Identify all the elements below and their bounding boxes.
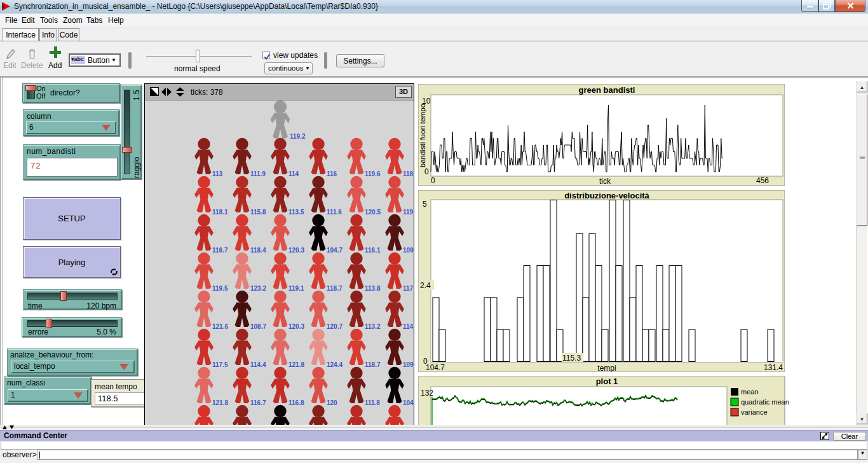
svg-text:123.2: 123.2	[250, 285, 266, 292]
svg-text:plot 1: plot 1	[596, 377, 618, 386]
svg-text:variance: variance	[741, 408, 768, 416]
svg-text:114: 114	[288, 170, 299, 177]
svg-text:124.4: 124.4	[327, 361, 342, 368]
svg-text:117.5: 117.5	[212, 361, 228, 368]
svg-text:120.5: 120.5	[365, 209, 381, 216]
svg-text:118.5: 118.5	[403, 170, 414, 177]
svg-text:114.1: 114.1	[403, 323, 414, 330]
svg-text:tempi: tempi	[597, 364, 616, 372]
svg-text:111.9: 111.9	[250, 170, 266, 177]
svg-text:116.1: 116.1	[365, 247, 381, 254]
svg-text:115.8: 115.8	[250, 209, 266, 216]
svg-text:119.2: 119.2	[290, 133, 306, 140]
svg-text:456: 456	[756, 176, 769, 185]
svg-text:121.6: 121.6	[212, 323, 228, 330]
svg-text:116: 116	[327, 170, 337, 177]
svg-text:0: 0	[424, 167, 429, 176]
svg-text:119.5: 119.5	[212, 285, 228, 292]
svg-text:green bandisti: green bandisti	[579, 85, 635, 95]
svg-text:104.7: 104.7	[426, 363, 445, 372]
svg-text:104.7: 104.7	[327, 247, 342, 254]
svg-text:108.7: 108.7	[250, 323, 266, 330]
svg-text:132: 132	[421, 389, 433, 397]
svg-text:118.4: 118.4	[250, 247, 266, 254]
svg-text:121.8: 121.8	[288, 361, 304, 368]
svg-text:111.8: 111.8	[365, 399, 380, 406]
svg-text:120: 120	[327, 399, 337, 406]
svg-text:113.5: 113.5	[288, 209, 304, 216]
svg-text:104.7: 104.7	[403, 399, 414, 406]
svg-text:118.7: 118.7	[365, 361, 381, 368]
svg-text:113: 113	[212, 170, 223, 177]
svg-text:0: 0	[431, 176, 435, 185]
svg-text:bandisti fuori tempo: bandisti fuori tempo	[419, 104, 426, 167]
svg-text:121.8: 121.8	[212, 399, 228, 406]
svg-text:116.8: 116.8	[288, 399, 304, 406]
svg-text:109.5: 109.5	[403, 247, 414, 254]
svg-text:118.7: 118.7	[327, 285, 342, 292]
svg-text:120.3: 120.3	[288, 323, 304, 330]
svg-text:113.8: 113.8	[365, 285, 381, 292]
svg-text:120.7: 120.7	[327, 323, 342, 330]
svg-text:distribuzione-velocità: distribuzione-velocità	[564, 191, 649, 200]
svg-text:mean: mean	[741, 388, 759, 396]
svg-text:115.3: 115.3	[562, 354, 581, 363]
svg-text:114.4: 114.4	[250, 361, 266, 368]
svg-text:117.3: 117.3	[403, 285, 414, 292]
svg-text:109.8: 109.8	[403, 361, 414, 368]
svg-text:116.7: 116.7	[250, 399, 266, 406]
svg-text:116.7: 116.7	[212, 247, 228, 254]
svg-text:120.3: 120.3	[288, 247, 304, 254]
svg-text:119.1: 119.1	[288, 285, 304, 292]
svg-text:111.6: 111.6	[327, 209, 342, 216]
svg-text:118.1: 118.1	[212, 209, 228, 216]
svg-text:2.4: 2.4	[420, 281, 431, 290]
svg-text:113.2: 113.2	[365, 323, 381, 330]
svg-text:119.4: 119.4	[403, 209, 414, 216]
svg-text:tick: tick	[599, 177, 611, 186]
svg-text:quadratic mean: quadratic mean	[741, 398, 789, 406]
svg-text:131.4: 131.4	[764, 363, 783, 372]
svg-text:119.6: 119.6	[365, 170, 381, 177]
svg-text:5: 5	[423, 200, 427, 209]
